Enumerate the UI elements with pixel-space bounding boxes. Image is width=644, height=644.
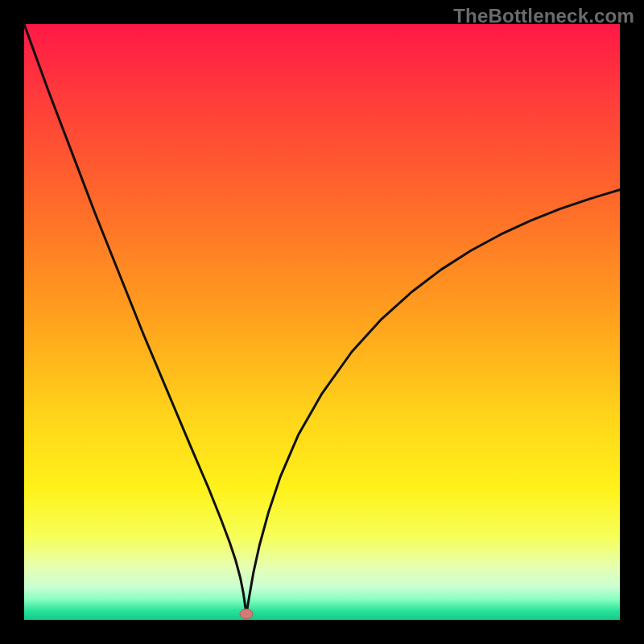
chart-frame: TheBottleneck.com — [0, 0, 644, 644]
watermark-label: TheBottleneck.com — [453, 5, 634, 27]
plot-area — [24, 24, 620, 620]
gradient-background — [24, 24, 620, 620]
bottleneck-chart — [24, 24, 620, 620]
optimal-marker — [240, 609, 253, 619]
